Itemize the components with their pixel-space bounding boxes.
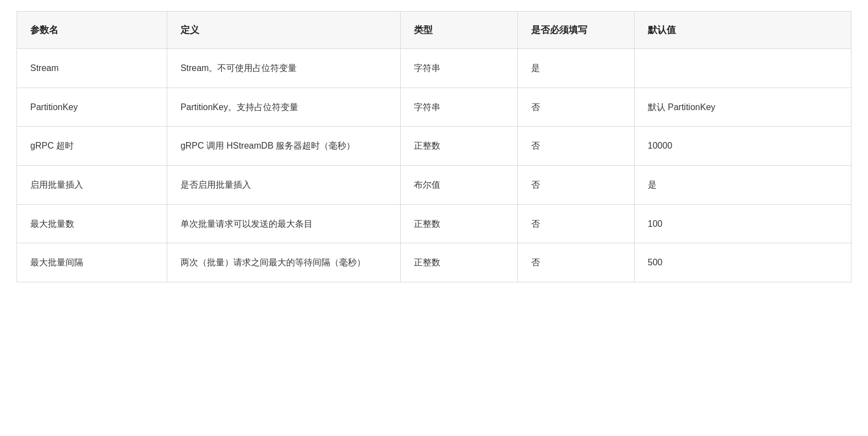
cell-param-3: 启用批量插入: [17, 165, 167, 204]
table-row: PartitionKeyPartitionKey。支持占位符变量字符串否默认 P…: [17, 88, 851, 127]
table-row: gRPC 超时gRPC 调用 HStreamDB 服务器超时（毫秒）正整数否10…: [17, 127, 851, 166]
cell-default-1: 默认 PartitionKey: [634, 88, 851, 127]
cell-required-4: 否: [517, 204, 634, 243]
cell-required-3: 否: [517, 165, 634, 204]
cell-def-3: 是否启用批量插入: [167, 165, 400, 204]
cell-default-5: 500: [634, 243, 851, 282]
cell-param-1: PartitionKey: [17, 88, 167, 127]
header-required: 是否必须填写: [517, 12, 634, 49]
params-table: 参数名 定义 类型 是否必须填写 默认值 StreamStream。不可使用占位…: [17, 11, 851, 282]
table-header-row: 参数名 定义 类型 是否必须填写 默认值: [17, 12, 851, 49]
cell-required-5: 否: [517, 243, 634, 282]
cell-type-2: 正整数: [401, 127, 517, 166]
cell-required-2: 否: [517, 127, 634, 166]
cell-type-5: 正整数: [401, 243, 517, 282]
cell-param-5: 最大批量间隔: [17, 243, 167, 282]
header-param: 参数名: [17, 12, 167, 49]
cell-default-2: 10000: [634, 127, 851, 166]
cell-def-5: 两次（批量）请求之间最大的等待间隔（毫秒）: [167, 243, 400, 282]
header-default: 默认值: [634, 12, 851, 49]
cell-type-4: 正整数: [401, 204, 517, 243]
cell-def-2: gRPC 调用 HStreamDB 服务器超时（毫秒）: [167, 127, 400, 166]
cell-default-0: [634, 49, 851, 88]
cell-def-1: PartitionKey。支持占位符变量: [167, 88, 400, 127]
table-body: StreamStream。不可使用占位符变量字符串是PartitionKeyPa…: [17, 49, 851, 282]
cell-param-2: gRPC 超时: [17, 127, 167, 166]
header-def: 定义: [167, 12, 400, 49]
cell-param-0: Stream: [17, 49, 167, 88]
table-row: 最大批量间隔两次（批量）请求之间最大的等待间隔（毫秒）正整数否500: [17, 243, 851, 282]
header-type: 类型: [401, 12, 517, 49]
cell-def-0: Stream。不可使用占位符变量: [167, 49, 400, 88]
table-row: StreamStream。不可使用占位符变量字符串是: [17, 49, 851, 88]
cell-required-0: 是: [517, 49, 634, 88]
table-container: 参数名 定义 类型 是否必须填写 默认值 StreamStream。不可使用占位…: [0, 0, 868, 436]
cell-type-1: 字符串: [401, 88, 517, 127]
cell-default-4: 100: [634, 204, 851, 243]
cell-param-4: 最大批量数: [17, 204, 167, 243]
table-row: 启用批量插入是否启用批量插入布尔值否是: [17, 165, 851, 204]
table-row: 最大批量数单次批量请求可以发送的最大条目正整数否100: [17, 204, 851, 243]
cell-required-1: 否: [517, 88, 634, 127]
cell-def-4: 单次批量请求可以发送的最大条目: [167, 204, 400, 243]
cell-type-3: 布尔值: [401, 165, 517, 204]
cell-type-0: 字符串: [401, 49, 517, 88]
cell-default-3: 是: [634, 165, 851, 204]
